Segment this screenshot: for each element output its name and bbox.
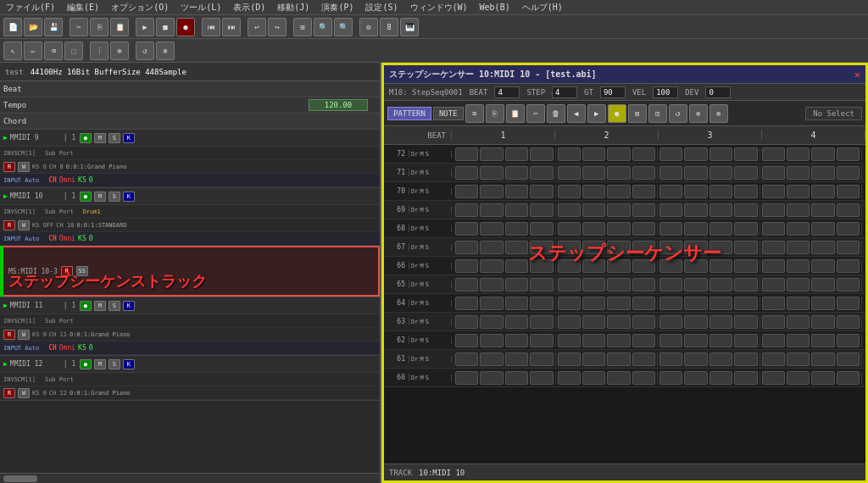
step-72-1-1[interactable]: [455, 147, 478, 161]
s-btn-63[interactable]: S: [426, 319, 429, 325]
tb-piano[interactable]: 🎹: [400, 18, 419, 36]
step-60-4-2[interactable]: [787, 371, 810, 385]
step-60-3-2[interactable]: [684, 371, 707, 385]
midi10-solo-btn[interactable]: S: [108, 192, 120, 202]
dr-btn-72[interactable]: Dr: [411, 151, 418, 158]
step-71-3-3[interactable]: [709, 166, 732, 180]
seq-tb-extra3[interactable]: ↺: [669, 104, 687, 123]
step-65-3-1[interactable]: [659, 278, 682, 291]
tb-forward[interactable]: ⏭: [222, 18, 241, 36]
s-btn-69[interactable]: S: [426, 207, 429, 214]
step-65-1-1[interactable]: [455, 278, 478, 291]
step-66-1-4[interactable]: [530, 259, 553, 273]
dr-btn-66[interactable]: Dr: [411, 263, 418, 269]
midi10-w-btn[interactable]: W: [18, 220, 30, 230]
s-btn-71[interactable]: S: [426, 169, 429, 176]
step-62-3-4[interactable]: [734, 334, 757, 347]
step-60-4-1[interactable]: [762, 371, 785, 385]
step-64-4-1[interactable]: [762, 297, 785, 310]
dr-btn-68[interactable]: Dr: [411, 225, 418, 232]
tb-open[interactable]: 📂: [24, 18, 42, 36]
step-67-2-3[interactable]: [607, 241, 630, 254]
step-71-4-1[interactable]: [762, 166, 785, 180]
step-62-1-3[interactable]: [505, 334, 528, 347]
midi10-mute-btn[interactable]: M: [94, 192, 106, 202]
step-70-1-1[interactable]: [455, 185, 478, 198]
step-60-2-1[interactable]: [558, 371, 581, 385]
tb2-split[interactable]: ⋮: [90, 42, 108, 60]
step-60-1-1[interactable]: [455, 371, 478, 385]
step-68-1-3[interactable]: [505, 222, 528, 236]
step-67-2-4[interactable]: [632, 241, 655, 254]
step-63-2-2[interactable]: [582, 315, 605, 329]
step-71-1-2[interactable]: [480, 166, 503, 180]
step-68-4-3[interactable]: [811, 222, 834, 236]
step-71-2-1[interactable]: [558, 166, 581, 180]
step-61-1-4[interactable]: [530, 353, 553, 366]
step-72-3-4[interactable]: [734, 147, 757, 161]
step-64-1-2[interactable]: [480, 297, 503, 310]
seq-tb-prev[interactable]: ◀: [567, 104, 586, 123]
step-67-4-3[interactable]: [811, 241, 834, 254]
m-btn-68[interactable]: M: [420, 225, 423, 232]
step-60-1-3[interactable]: [505, 371, 528, 385]
step-60-2-4[interactable]: [632, 371, 655, 385]
step-72-2-2[interactable]: [582, 147, 605, 161]
step-69-3-2[interactable]: [684, 203, 707, 217]
step-64-3-3[interactable]: [709, 297, 732, 310]
step-69-2-1[interactable]: [558, 203, 581, 217]
menu-file[interactable]: ファイル(F): [3, 2, 58, 14]
menu-move[interactable]: 移動(J): [275, 2, 312, 14]
step-72-3-1[interactable]: [659, 147, 682, 161]
step-69-3-3[interactable]: [709, 203, 732, 217]
seq-step-value[interactable]: 4: [552, 86, 577, 98]
step-72-4-4[interactable]: [837, 147, 860, 161]
step-60-3-1[interactable]: [659, 371, 682, 385]
midi11-extra-btn[interactable]: K: [123, 301, 135, 311]
step-61-3-1[interactable]: [659, 353, 682, 366]
step-67-2-2[interactable]: [582, 241, 605, 254]
step-65-2-4[interactable]: [632, 278, 655, 291]
dr-btn-70[interactable]: Dr: [411, 188, 418, 195]
step-67-1-4[interactable]: [530, 241, 553, 254]
step-63-2-4[interactable]: [632, 315, 655, 329]
tb-stop[interactable]: ■: [156, 18, 175, 36]
midi12-w-btn[interactable]: W: [18, 388, 30, 398]
tb-cut[interactable]: ✂: [70, 18, 88, 36]
step-60-1-4[interactable]: [530, 371, 553, 385]
step-66-3-2[interactable]: [684, 259, 707, 273]
seq-tb-cut[interactable]: ✂: [526, 104, 545, 123]
step-69-4-4[interactable]: [837, 203, 860, 217]
tb2-arrow[interactable]: ↖: [3, 42, 22, 60]
step-68-3-4[interactable]: [734, 222, 757, 236]
step-64-3-1[interactable]: [659, 297, 682, 310]
step-70-4-2[interactable]: [787, 185, 810, 198]
step-61-3-4[interactable]: [734, 353, 757, 366]
step-70-1-3[interactable]: [505, 185, 528, 198]
step-67-3-4[interactable]: [734, 241, 757, 254]
seq-tb-extra1[interactable]: ⊞: [628, 104, 647, 123]
step-65-4-2[interactable]: [787, 278, 810, 291]
s-btn-66[interactable]: S: [426, 263, 429, 269]
step-70-1-2[interactable]: [480, 185, 503, 198]
midi9-mute-btn[interactable]: M: [94, 133, 106, 143]
s-btn-72[interactable]: S: [426, 151, 429, 158]
menu-view[interactable]: 表示(D): [231, 2, 268, 14]
step-70-3-1[interactable]: [659, 185, 682, 198]
step-63-4-1[interactable]: [762, 315, 785, 329]
step-60-2-3[interactable]: [607, 371, 630, 385]
step-71-1-3[interactable]: [505, 166, 528, 180]
midi11-w-btn[interactable]: W: [18, 330, 30, 340]
midi12-extra-btn[interactable]: K: [123, 359, 135, 369]
step-61-4-4[interactable]: [837, 353, 860, 366]
step-61-1-1[interactable]: [455, 353, 478, 366]
step-62-4-2[interactable]: [787, 334, 810, 347]
tb-rewind[interactable]: ⏮: [202, 18, 220, 36]
step-63-2-3[interactable]: [607, 315, 630, 329]
m-btn-69[interactable]: M: [420, 207, 423, 214]
step-63-3-2[interactable]: [684, 315, 707, 329]
step-65-3-3[interactable]: [709, 278, 732, 291]
dr-btn-71[interactable]: Dr: [411, 169, 418, 176]
step-70-2-3[interactable]: [607, 185, 630, 198]
step-71-1-4[interactable]: [530, 166, 553, 180]
